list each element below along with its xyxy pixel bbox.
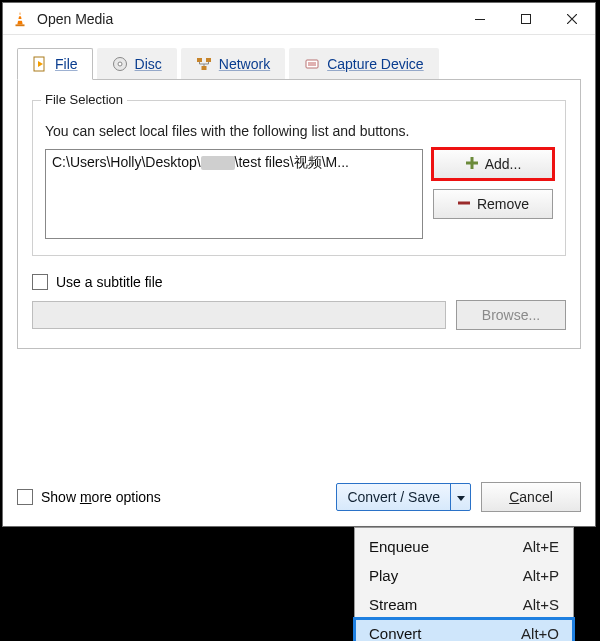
show-more-options-label: Show more options [41,489,161,505]
vlc-cone-icon [11,10,29,28]
dropdown-item-enqueue[interactable]: EnqueueAlt+E [355,532,573,561]
file-play-icon [32,56,48,72]
dropdown-item-stream[interactable]: StreamAlt+S [355,590,573,619]
file-tab-panel: File Selection You can select local file… [17,79,581,349]
svg-point-9 [118,62,122,66]
maximize-button[interactable] [503,4,549,34]
dropdown-item-accelerator: Alt+S [523,596,559,613]
dropdown-item-label: Convert [369,625,422,641]
file-path-text: C:\Users\Holly\Desktop\\test files\视频\M.… [52,154,349,170]
tab-label: Capture Device [327,56,424,72]
dropdown-item-accelerator: Alt+E [523,538,559,555]
tab-capture-device[interactable]: Capture Device [289,48,439,80]
svg-rect-16 [466,161,478,164]
dropdown-item-convert[interactable]: ConvertAlt+O [355,619,573,641]
dialog-body: File Disc Network Capture Device [3,35,595,349]
convert-save-button-main[interactable]: Convert / Save [337,484,450,510]
svg-rect-11 [206,58,211,62]
tab-label: File [55,56,78,72]
svg-rect-1 [18,14,21,16]
dropdown-item-label: Stream [369,596,417,613]
add-button[interactable]: Add... [433,149,553,179]
svg-rect-4 [475,19,485,20]
window-controls [457,4,595,34]
tab-label: Network [219,56,270,72]
tab-file[interactable]: File [17,48,93,80]
disc-icon [112,56,128,72]
convert-save-dropdown-arrow[interactable] [450,484,470,510]
svg-rect-12 [201,66,206,70]
open-media-dialog: Open Media File [2,2,596,527]
svg-rect-17 [458,201,470,204]
browse-button-label: Browse... [482,307,540,323]
tab-disc[interactable]: Disc [97,48,177,80]
file-list[interactable]: C:\Users\Holly\Desktop\\test files\视频\M.… [45,149,423,239]
use-subtitle-row: Use a subtitle file [32,274,566,290]
cancel-button[interactable]: Cancel [481,482,581,512]
convert-save-split-button[interactable]: Convert / Save [336,483,471,511]
svg-rect-14 [308,62,316,66]
cancel-button-label: Cancel [509,489,553,505]
convert-save-dropdown-menu: EnqueueAlt+EPlayAlt+PStreamAlt+SConvertA… [354,527,574,641]
remove-button-label: Remove [477,196,529,212]
minus-icon [457,196,471,213]
close-button[interactable] [549,4,595,34]
titlebar: Open Media [3,3,595,35]
show-more-options-checkbox[interactable] [17,489,33,505]
svg-rect-2 [18,19,22,21]
tab-label: Disc [135,56,162,72]
redacted-segment [201,156,235,170]
dropdown-item-label: Enqueue [369,538,429,555]
chevron-down-icon [457,490,465,505]
tab-strip: File Disc Network Capture Device [17,45,581,79]
use-subtitle-label: Use a subtitle file [56,274,163,290]
file-selection-hint: You can select local files with the foll… [45,123,553,139]
svg-marker-0 [17,11,22,24]
subtitle-path-input [32,301,446,329]
remove-button[interactable]: Remove [433,189,553,219]
file-list-item[interactable]: C:\Users\Holly\Desktop\\test files\视频\M.… [52,154,416,172]
capture-device-icon [304,56,320,72]
show-more-options-row: Show more options [17,489,161,505]
svg-rect-10 [197,58,202,62]
minimize-button[interactable] [457,4,503,34]
plus-icon [465,156,479,173]
dropdown-item-accelerator: Alt+P [523,567,559,584]
use-subtitle-checkbox[interactable] [32,274,48,290]
svg-rect-3 [16,24,25,26]
file-selection-group: File Selection You can select local file… [32,100,566,256]
bottom-bar: Show more options Convert / Save Cancel [17,482,581,512]
dropdown-item-accelerator: Alt+O [521,625,559,641]
svg-marker-18 [457,496,465,501]
browse-button: Browse... [456,300,566,330]
tab-network[interactable]: Network [181,48,285,80]
groupbox-legend: File Selection [41,92,127,107]
network-icon [196,56,212,72]
add-button-label: Add... [485,156,522,172]
svg-rect-5 [522,14,531,23]
dropdown-item-play[interactable]: PlayAlt+P [355,561,573,590]
window-title: Open Media [37,11,113,27]
dropdown-item-label: Play [369,567,398,584]
